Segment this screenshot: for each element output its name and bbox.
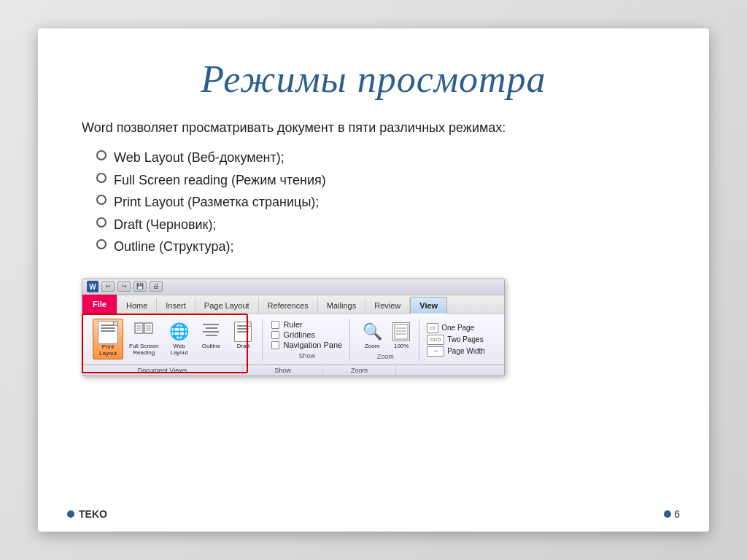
print-btn[interactable]: 🖨 bbox=[150, 281, 163, 292]
full-screen-reading-button[interactable]: Full ScreenReading bbox=[126, 319, 161, 359]
bullet-circle bbox=[96, 217, 107, 228]
zoom-icon: 🔍 bbox=[360, 320, 384, 343]
ribbon-screenshot: W ↩ ↪ 💾 🖨 File Home Insert Page Layout R… bbox=[82, 279, 665, 376]
tab-file[interactable]: File bbox=[82, 295, 117, 314]
undo-btn[interactable]: ↩ bbox=[101, 281, 115, 292]
footer-page-dot bbox=[664, 510, 671, 518]
zoom-percent-svg bbox=[394, 324, 409, 340]
document-views-buttons: PrintLayout bbox=[93, 319, 258, 359]
footer-page: 6 bbox=[664, 508, 680, 520]
bullet-text: Print Layout (Разметка страницы); bbox=[114, 191, 319, 214]
zoom-group-label: Zoom bbox=[377, 353, 394, 360]
ribbon-content: PrintLayout bbox=[82, 314, 504, 365]
save-btn[interactable]: 💾 bbox=[133, 281, 147, 292]
tab-page-layout[interactable]: Page Layout bbox=[196, 298, 259, 314]
bullet-text: Full Screen reading (Режим чтения) bbox=[114, 169, 326, 192]
navigation-pane-checkbox[interactable] bbox=[271, 341, 279, 349]
gridlines-item: Gridlines bbox=[271, 330, 342, 339]
content-area: Word позволяет просматривать документ в … bbox=[82, 118, 665, 510]
footer-dot bbox=[67, 510, 74, 518]
print-layout-icon bbox=[96, 321, 120, 344]
bullet-text: Draft (Черновик); bbox=[114, 214, 216, 236]
zoom-percent-box bbox=[392, 322, 410, 341]
outline-icon bbox=[199, 320, 222, 343]
document-views-label: Document Views bbox=[82, 365, 243, 376]
print-layout-button[interactable]: PrintLayout bbox=[93, 319, 123, 359]
tab-view[interactable]: View bbox=[410, 297, 447, 314]
zoom-label-cell: Zoom bbox=[323, 365, 396, 376]
tab-references[interactable]: References bbox=[259, 298, 318, 314]
gridlines-label: Gridlines bbox=[283, 330, 314, 339]
intro-text: Word позволяет просматривать документ в … bbox=[82, 118, 665, 138]
tab-mailings[interactable]: Mailings bbox=[318, 298, 365, 314]
full-screen-label: Full ScreenReading bbox=[129, 343, 158, 357]
draft-icon bbox=[231, 320, 255, 343]
group-labels-bar: Document Views Show Zoom bbox=[82, 365, 504, 376]
outline-label: Outline bbox=[202, 343, 220, 350]
ribbon-titlebar: W ↩ ↪ 💾 🖨 bbox=[82, 279, 504, 295]
tab-home[interactable]: Home bbox=[117, 298, 157, 314]
ribbon-tabs: File Home Insert Page Layout References … bbox=[82, 295, 504, 314]
footer-page-number: 6 bbox=[674, 508, 680, 520]
doc-icon bbox=[98, 321, 118, 344]
one-page-icon: ▭ bbox=[427, 323, 438, 333]
two-pages-item: ▭▭ Two Pages bbox=[427, 335, 485, 345]
list-item: Web Layout (Веб-документ); bbox=[96, 147, 665, 169]
percent-label: 100% bbox=[394, 343, 409, 350]
full-screen-svg bbox=[133, 322, 154, 342]
list-item: Draft (Черновик); bbox=[96, 214, 665, 236]
one-page-label: One Page bbox=[441, 324, 474, 332]
zoom-group: 🔍 Zoom bbox=[352, 319, 419, 361]
pages-group: ▭ One Page ▭▭ Two Pages ↔ Page Width bbox=[421, 319, 491, 361]
show-group-label: Show bbox=[271, 352, 342, 359]
slide-title: Режимы просмотра bbox=[82, 58, 665, 101]
two-pages-label: Two Pages bbox=[447, 335, 483, 343]
zoom-label: Zoom bbox=[365, 343, 379, 350]
bullet-text: Web Layout (Веб-документ); bbox=[114, 147, 285, 169]
redo-btn[interactable]: ↪ bbox=[117, 281, 131, 292]
footer-logo: ТEKO bbox=[67, 508, 107, 520]
bullet-circle bbox=[96, 173, 107, 183]
page-width-item: ↔ Page Width bbox=[427, 346, 485, 357]
zoom-percent-button[interactable]: 100% bbox=[390, 319, 413, 351]
slide: Режимы просмотра Word позволяет просматр… bbox=[38, 28, 709, 532]
show-group: Ruler Gridlines Navigation Pane Show bbox=[264, 319, 350, 361]
ruler-label: Ruler bbox=[283, 320, 302, 329]
ruler-item: Ruler bbox=[271, 320, 342, 329]
navigation-pane-label: Navigation Pane bbox=[283, 341, 342, 349]
document-views-group: PrintLayout bbox=[88, 319, 263, 361]
page-width-icon: ↔ bbox=[427, 346, 444, 357]
one-page-item: ▭ One Page bbox=[427, 323, 485, 333]
ruler-checkbox[interactable] bbox=[271, 321, 279, 329]
web-layout-label: WebLayout bbox=[170, 343, 187, 357]
tab-review[interactable]: Review bbox=[365, 298, 410, 314]
list-item: Outline (Структура); bbox=[96, 236, 665, 258]
bullet-list: Web Layout (Веб-документ); Full Screen r… bbox=[96, 147, 665, 258]
list-item: Full Screen reading (Режим чтения) bbox=[96, 169, 665, 192]
svg-rect-8 bbox=[395, 324, 408, 339]
bullet-circle bbox=[96, 195, 107, 205]
ribbon-container: W ↩ ↪ 💾 🖨 File Home Insert Page Layout R… bbox=[82, 279, 505, 376]
footer-brand: ТEKO bbox=[79, 508, 107, 520]
full-screen-icon bbox=[132, 320, 155, 343]
two-pages-icon: ▭▭ bbox=[427, 335, 444, 345]
tab-insert[interactable]: Insert bbox=[157, 298, 196, 314]
web-layout-button[interactable]: 🌐 WebLayout bbox=[164, 319, 193, 359]
footer: ТEKO 6 bbox=[67, 508, 680, 520]
bullet-circle bbox=[96, 239, 107, 249]
gridlines-checkbox[interactable] bbox=[271, 331, 279, 339]
zoom-button[interactable]: 🔍 Zoom bbox=[357, 319, 387, 351]
zoom-controls: 🔍 Zoom bbox=[357, 319, 413, 351]
word-icon: W bbox=[87, 281, 98, 292]
draft-button[interactable]: Draft bbox=[228, 319, 258, 359]
bullet-circle bbox=[96, 150, 107, 160]
print-layout-label: PrintLayout bbox=[99, 344, 117, 357]
navigation-pane-item: Navigation Pane bbox=[271, 341, 342, 349]
page-width-label: Page Width bbox=[447, 347, 485, 355]
show-label: Show bbox=[243, 365, 323, 376]
outline-button[interactable]: Outline bbox=[196, 319, 225, 359]
zoom-percent-display bbox=[392, 320, 410, 343]
list-item: Print Layout (Разметка страницы); bbox=[96, 191, 665, 214]
bullet-text: Outline (Структура); bbox=[114, 236, 233, 258]
web-layout-icon: 🌐 bbox=[167, 320, 190, 343]
